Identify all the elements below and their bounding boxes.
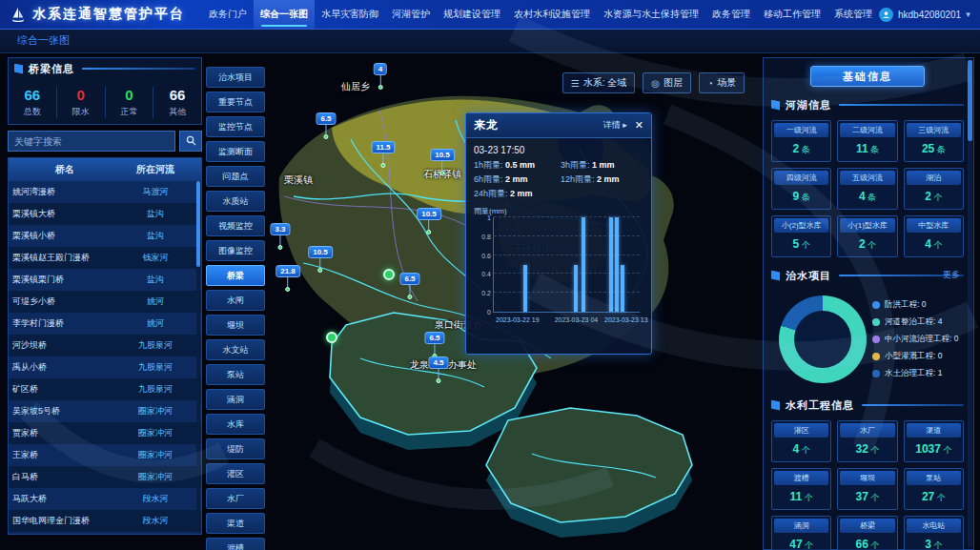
eng-cell-涵洞[interactable]: 涵洞47 个 bbox=[771, 516, 831, 550]
eng-cell-泵站[interactable]: 泵站27 个 bbox=[904, 468, 964, 510]
table-row[interactable]: 禹从小桥九股泉河 bbox=[9, 356, 201, 378]
nav-item-综合一张图[interactable]: 综合一张图 bbox=[254, 0, 315, 29]
river-cell-五级河流[interactable]: 五级河流4 条 bbox=[837, 168, 897, 210]
map-control-水系: 全域[interactable]: ☰水系: 全域 bbox=[562, 72, 636, 93]
cell-label: 中型水库 bbox=[907, 218, 961, 233]
nav-item-河湖管护[interactable]: 河湖管护 bbox=[385, 0, 437, 29]
green-station-marker[interactable] bbox=[383, 269, 395, 280]
layer-item-水文站[interactable]: 水文站 bbox=[206, 339, 265, 360]
search-button[interactable] bbox=[179, 131, 202, 152]
layer-item-水厂[interactable]: 水厂 bbox=[206, 488, 265, 509]
eng-cell-堰坝[interactable]: 堰坝37 个 bbox=[837, 468, 897, 510]
right-panel-scrollbar-thumb[interactable] bbox=[968, 60, 972, 141]
table-row[interactable]: 姚河湾漫桥马渡河 bbox=[9, 181, 201, 203]
station-marker[interactable]: 21.8 bbox=[276, 265, 300, 292]
nav-item-水资源与水土保持管理[interactable]: 水资源与水土保持管理 bbox=[597, 0, 705, 29]
layer-item-水闸[interactable]: 水闸 bbox=[206, 290, 265, 311]
table-row[interactable]: 李学村门漫桥姚河 bbox=[9, 313, 201, 335]
layer-item-水质站[interactable]: 水质站 bbox=[206, 191, 265, 212]
station-marker[interactable]: 11.5 bbox=[371, 141, 395, 168]
nav-item-移动工作管理[interactable]: 移动工作管理 bbox=[757, 0, 827, 29]
chevron-down-icon: ▾ bbox=[966, 10, 970, 19]
layer-item-重要节点[interactable]: 重要节点 bbox=[206, 92, 265, 112]
user-menu[interactable]: hkdb42080201 ▾ bbox=[879, 8, 980, 22]
eng-cell-渠道[interactable]: 渠道1037 个 bbox=[904, 420, 964, 462]
search-input[interactable] bbox=[8, 131, 175, 152]
layer-item-图像监控[interactable]: 图像监控 bbox=[206, 240, 265, 261]
river-cell-四级河流[interactable]: 四级河流9 条 bbox=[771, 168, 831, 210]
layer-item-渠道[interactable]: 渠道 bbox=[206, 513, 265, 534]
layer-item-监控节点[interactable]: 监控节点 bbox=[206, 116, 265, 137]
map-canvas[interactable]: 仙居乡栗溪镇石桥驿镇子陵铺镇泉口街道办龙泉街道办事处 46.511.510.51… bbox=[265, 53, 758, 550]
layer-item-堤防[interactable]: 堤防 bbox=[206, 438, 265, 459]
table-row[interactable]: 白马桥圈家冲河 bbox=[9, 466, 201, 488]
table-row[interactable]: 栗溪镇大桥盐沟 bbox=[9, 203, 201, 225]
eng-cell-水厂[interactable]: 水厂32 个 bbox=[837, 420, 897, 462]
table-scrollbar-thumb[interactable] bbox=[196, 181, 200, 267]
layer-item-水库[interactable]: 水库 bbox=[206, 414, 265, 435]
cell-label: 湖泊 bbox=[907, 171, 961, 185]
station-marker[interactable]: 10.5 bbox=[417, 208, 441, 234]
layer-item-堰坝[interactable]: 堰坝 bbox=[206, 315, 265, 336]
legend-dot bbox=[872, 353, 880, 360]
nav-item-政务管理[interactable]: 政务管理 bbox=[705, 0, 757, 29]
station-marker[interactable]: 4 bbox=[374, 63, 387, 90]
layer-item-视频监控[interactable]: 视频监控 bbox=[206, 215, 265, 236]
table-row[interactable]: 栗溪镇栗门桥盐沟 bbox=[9, 269, 201, 291]
project-more-link[interactable]: 更多 bbox=[943, 269, 960, 281]
nav-item-政务门户[interactable]: 政务门户 bbox=[202, 0, 254, 29]
nav-item-系统管理[interactable]: 系统管理 bbox=[827, 0, 879, 29]
table-row[interactable]: 河沙坝桥九股泉河 bbox=[9, 335, 201, 356]
layer-item-桥梁[interactable]: 桥梁 bbox=[206, 265, 265, 286]
table-row[interactable]: 象租乡板桥段水河 bbox=[9, 532, 201, 535]
eng-cell-桥梁[interactable]: 桥梁66 个 bbox=[837, 516, 897, 550]
table-row[interactable]: 可堤乡小桥姚河 bbox=[9, 291, 201, 313]
layer-item-泵站[interactable]: 泵站 bbox=[206, 364, 265, 385]
close-icon[interactable]: ✕ bbox=[635, 119, 643, 132]
layer-item-监测断面[interactable]: 监测断面 bbox=[206, 141, 265, 162]
nav-item-规划建设管理[interactable]: 规划建设管理 bbox=[437, 0, 507, 29]
map-control-图层[interactable]: ◎图层 bbox=[643, 72, 691, 93]
table-row[interactable]: 吴家坡5号桥圈家冲河 bbox=[9, 400, 201, 422]
river-cell-一级河流[interactable]: 一级河流2 条 bbox=[771, 120, 831, 162]
station-marker[interactable]: 6.5 bbox=[316, 112, 336, 139]
eng-cell-灌区[interactable]: 灌区4 个 bbox=[771, 420, 831, 462]
nav-item-水旱灾害防御[interactable]: 水旱灾害防御 bbox=[315, 0, 385, 29]
popup-detail-link[interactable]: 详情 ▸ bbox=[603, 119, 627, 132]
map-control-场景[interactable]: ◔场景 bbox=[699, 72, 745, 93]
river-cell-三级河流[interactable]: 三级河流25 条 bbox=[904, 120, 964, 162]
station-marker[interactable]: 6.5 bbox=[399, 273, 419, 299]
river-cell-小(1)型水库[interactable]: 小(1)型水库2 个 bbox=[837, 215, 897, 257]
river-cell-湖泊[interactable]: 湖泊2 个 bbox=[904, 168, 964, 210]
layer-item-问题点[interactable]: 问题点 bbox=[206, 166, 265, 187]
layer-item-涵洞[interactable]: 涵洞 bbox=[206, 389, 265, 410]
platform-title: 水系连通智慧管护平台 bbox=[32, 6, 185, 23]
green-station-marker[interactable] bbox=[326, 332, 337, 343]
river-cell-二级河流[interactable]: 二级河流11 条 bbox=[837, 120, 897, 162]
eng-cell-水电站[interactable]: 水电站3 个 bbox=[904, 516, 964, 550]
table-row[interactable]: 栗溪镇小桥盐沟 bbox=[9, 225, 201, 247]
table-row[interactable]: 栗溪镇赵王殿门漫桥钱家河 bbox=[9, 247, 201, 269]
station-marker[interactable]: 4.5 bbox=[428, 356, 448, 383]
river-cell-小(2)型水库[interactable]: 小(2)型水库5 个 bbox=[771, 215, 831, 257]
marker-value: 3.3 bbox=[270, 223, 290, 235]
station-marker[interactable]: 10.5 bbox=[430, 149, 455, 175]
station-marker[interactable]: 10.5 bbox=[308, 246, 333, 273]
station-marker[interactable]: 6.5 bbox=[424, 332, 444, 358]
table-row[interactable]: 马跃大桥段水河 bbox=[9, 488, 201, 510]
river-cell-中型水库[interactable]: 中型水库4 个 bbox=[904, 215, 964, 257]
basic-info-button[interactable]: 基础信息 bbox=[810, 66, 925, 87]
table-row[interactable]: 国华电网理金门漫桥段水河 bbox=[9, 510, 201, 532]
table-row[interactable]: 王家桥圈家冲河 bbox=[9, 444, 201, 466]
station-marker[interactable]: 3.3 bbox=[270, 223, 290, 250]
bridge-name-cell: 矿区桥 bbox=[9, 378, 121, 400]
layer-item-治水项目[interactable]: 治水项目 bbox=[206, 67, 265, 88]
breadcrumb[interactable]: 综合一张图 bbox=[17, 33, 70, 48]
layer-item-灌区[interactable]: 灌区 bbox=[206, 463, 265, 484]
layer-item-渡槽[interactable]: 渡槽 bbox=[206, 538, 265, 550]
table-row[interactable]: 矿区桥九股泉河 bbox=[9, 378, 201, 400]
eng-cell-渡槽[interactable]: 渡槽11 个 bbox=[771, 468, 831, 510]
stat-value: 66 bbox=[9, 87, 56, 103]
table-row[interactable]: 贾家桥圈家冲河 bbox=[9, 422, 201, 444]
nav-item-农村水利设施管理[interactable]: 农村水利设施管理 bbox=[507, 0, 597, 29]
